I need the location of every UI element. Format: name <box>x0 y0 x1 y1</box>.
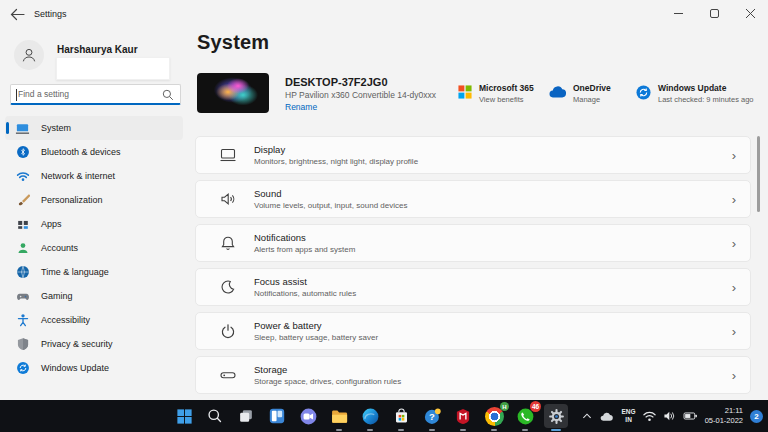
globe-icon <box>15 265 30 280</box>
speaker-icon <box>663 410 676 422</box>
accessibility-icon <box>15 313 30 328</box>
sidebar-item-network-internet[interactable]: Network & internet <box>5 164 183 188</box>
sidebar-item-windows-update[interactable]: Windows Update <box>5 356 183 380</box>
scrollbar[interactable] <box>757 136 760 212</box>
start-button[interactable] <box>172 404 196 428</box>
windows-logo-icon <box>175 407 194 426</box>
edge-button[interactable] <box>358 404 382 428</box>
search-box[interactable] <box>10 84 181 105</box>
microsoft-store-button[interactable] <box>389 404 413 428</box>
status-windows-update[interactable]: Windows Update Last checked: 9 minutes a… <box>636 83 753 104</box>
selection-indicator <box>6 122 9 134</box>
widgets-icon <box>268 407 286 425</box>
widgets-button[interactable] <box>265 404 289 428</box>
sidebar-item-apps[interactable]: Apps <box>5 212 183 236</box>
running-indicator <box>367 429 373 431</box>
onedrive-cloud-icon <box>548 85 566 103</box>
sidebar-item-bluetooth-devices[interactable]: Bluetooth & devices <box>5 140 183 164</box>
page-title: System <box>197 31 269 54</box>
account-type-box <box>56 57 170 80</box>
tray-wifi[interactable] <box>643 411 656 422</box>
card-subtitle: Alerts from apps and system <box>254 245 355 254</box>
rename-link[interactable]: Rename <box>285 102 317 112</box>
sidebar-item-privacy-security[interactable]: Privacy & security <box>5 332 183 356</box>
accounts-icon <box>15 241 30 256</box>
sidebar-item-label: Accessibility <box>41 315 90 325</box>
chrome-profile-badge: H <box>500 402 509 411</box>
sidebar-item-label: System <box>41 123 71 133</box>
card-focus-assist[interactable]: Focus assistNotifications, automatic rul… <box>195 268 751 306</box>
card-display[interactable]: DisplayMonitors, brightness, night light… <box>195 136 751 174</box>
sidebar-item-label: Time & language <box>41 267 109 277</box>
card-subtitle: Monitors, brightness, night light, displ… <box>254 157 418 166</box>
battery-icon <box>683 410 698 422</box>
search-input[interactable] <box>11 85 180 103</box>
get-help-button[interactable]: ? <box>420 404 444 428</box>
status-title: Microsoft 365 <box>479 83 534 93</box>
window-title: Settings <box>34 9 67 19</box>
status-onedrive[interactable]: OneDrive Manage <box>548 83 611 104</box>
back-button[interactable] <box>10 7 26 21</box>
close-button[interactable] <box>732 0 768 26</box>
card-title: Display <box>254 144 418 155</box>
notification-count-badge[interactable]: 2 <box>750 410 763 423</box>
search-icon <box>162 89 174 101</box>
card-subtitle: Volume levels, output, input, sound devi… <box>254 201 407 210</box>
status-link[interactable]: Manage <box>573 95 611 104</box>
region-code: IN <box>625 416 632 423</box>
tray-date: 05-01-2022 <box>705 416 743 425</box>
card-sound[interactable]: SoundVolume levels, output, input, sound… <box>195 180 751 218</box>
chevron-right-icon: › <box>732 148 736 163</box>
card-notifications[interactable]: NotificationsAlerts from apps and system… <box>195 224 751 262</box>
sound-icon <box>218 190 238 208</box>
maximize-button[interactable] <box>696 0 732 26</box>
sidebar-item-accounts[interactable]: Accounts <box>5 236 183 260</box>
whatsapp-badge: 46 <box>530 401 541 412</box>
running-indicator <box>336 429 342 431</box>
sidebar-item-system[interactable]: System <box>5 116 183 140</box>
edge-icon <box>361 407 380 426</box>
clock[interactable]: 21:1105-01-2022 <box>705 406 743 426</box>
device-wallpaper-thumbnail <box>197 73 269 113</box>
sidebar-item-time-language[interactable]: Time & language <box>5 260 183 284</box>
back-arrow-icon <box>10 8 25 21</box>
card-power-battery[interactable]: Power & batterySleep, battery usage, bat… <box>195 312 751 350</box>
status-title: Windows Update <box>658 83 753 93</box>
tray-volume[interactable] <box>663 410 676 422</box>
taskbar-search-button[interactable] <box>203 404 227 428</box>
tray-battery[interactable] <box>683 410 698 422</box>
task-view-button[interactable] <box>234 404 258 428</box>
whatsapp-button[interactable]: 46 <box>513 404 537 428</box>
search-icon <box>206 407 224 425</box>
sidebar-item-label: Personalization <box>41 195 103 205</box>
status-microsoft-365[interactable]: Microsoft 365 View benefits <box>458 83 534 104</box>
file-explorer-button[interactable] <box>327 404 351 428</box>
sidebar-item-personalization[interactable]: Personalization <box>5 188 183 212</box>
teams-chat-button[interactable] <box>296 404 320 428</box>
folder-icon <box>330 407 349 426</box>
sidebar-item-label: Windows Update <box>41 363 109 373</box>
tray-onedrive[interactable] <box>599 411 615 422</box>
storage-drive-icon <box>218 366 238 384</box>
sidebar-item-label: Bluetooth & devices <box>41 147 121 157</box>
status-link[interactable]: View benefits <box>479 95 534 104</box>
chrome-button[interactable]: H <box>482 404 506 428</box>
language-indicator[interactable]: ENGIN <box>622 408 636 424</box>
sidebar-item-accessibility[interactable]: Accessibility <box>5 308 183 332</box>
card-title: Notifications <box>254 232 355 243</box>
card-subtitle: Storage space, drives, configuration rul… <box>254 377 401 386</box>
mcafee-button[interactable] <box>451 404 475 428</box>
running-indicator <box>522 429 528 431</box>
wifi-icon <box>643 411 656 422</box>
settings-taskbar-button[interactable] <box>544 404 568 428</box>
avatar[interactable] <box>14 40 44 70</box>
sidebar-item-gaming[interactable]: Gaming <box>5 284 183 308</box>
card-title: Storage <box>254 364 401 375</box>
language-code: ENG <box>622 408 636 415</box>
sidebar-item-label: Privacy & security <box>41 339 113 349</box>
tray-chevron-up[interactable] <box>582 412 592 420</box>
running-indicator <box>429 429 435 431</box>
card-storage[interactable]: StorageStorage space, drives, configurat… <box>195 356 751 394</box>
minimize-button[interactable] <box>660 0 696 26</box>
gear-icon <box>547 407 566 426</box>
